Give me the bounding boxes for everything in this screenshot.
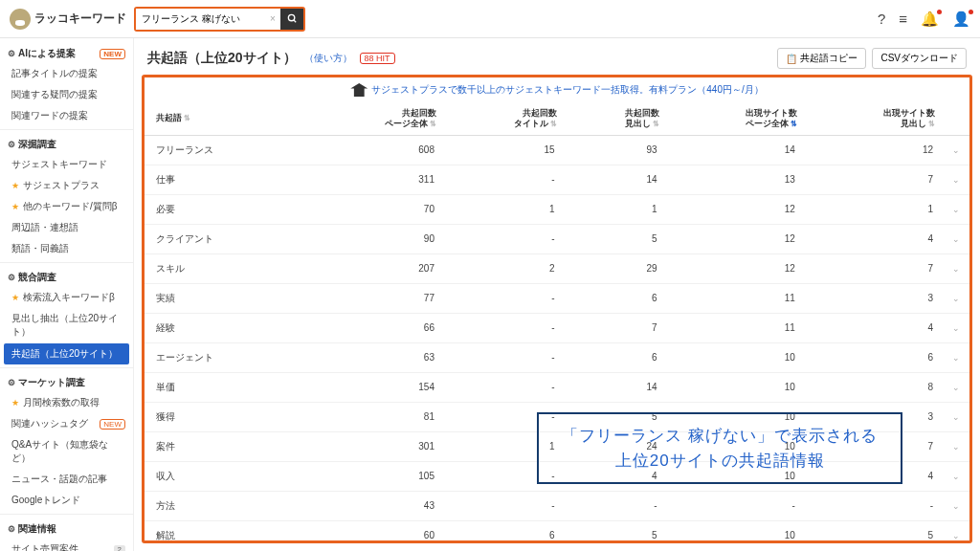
table-row: 方法43----⌄ — [145, 491, 969, 520]
cell: 7 — [805, 253, 943, 283]
nav-item-g4-1[interactable]: 関連ハッシュタグNEW — [0, 413, 133, 434]
nav-item-g3-0[interactable]: ★検索流入キーワードβ — [0, 287, 133, 308]
cell: 必要 — [145, 194, 306, 224]
hit-badge: 88 HIT — [360, 53, 395, 64]
top-right-icons: ? ≡ 🔔 👤 — [878, 11, 970, 28]
nav-item-g4-4[interactable]: Googleトレンド — [0, 490, 133, 511]
search-input[interactable] — [136, 9, 265, 30]
cell: 14 — [667, 135, 805, 165]
menu-icon[interactable]: ≡ — [899, 11, 907, 27]
search-button[interactable] — [280, 9, 303, 30]
nav-item-g4-2[interactable]: Q&Aサイト（知恵袋など） — [0, 434, 133, 469]
cell: - — [805, 491, 943, 520]
col-header-0[interactable]: 共起語⇅ — [145, 102, 306, 135]
main-content: 共起語（上位20サイト） （使い方） 88 HIT 📋 共起語コピー CSVダウ… — [134, 38, 980, 551]
cell: 90 — [306, 224, 444, 253]
sidebar: ⚙ AIによる提案NEW記事タイトルの提案関連する疑問の提案関連ワードの提案⚙ … — [0, 38, 134, 551]
nav-item-g4-3[interactable]: ニュース・話題の記事 — [0, 469, 133, 490]
col-header-2[interactable]: 共起回数タイトル⇅ — [444, 102, 565, 135]
cell: 6 — [565, 342, 667, 372]
clear-icon[interactable]: × — [265, 13, 280, 24]
cell: 1 — [805, 194, 943, 224]
col-header-3[interactable]: 共起回数見出し⇅ — [565, 102, 667, 135]
nav-item-g1-1[interactable]: 関連する疑問の提案 — [0, 84, 133, 105]
app-logo[interactable]: ラッコキーワード — [10, 9, 134, 30]
rakko-icon — [10, 9, 31, 30]
cell: 6 — [444, 520, 565, 543]
cell: 解説 — [145, 520, 306, 543]
nav-item-g1-2[interactable]: 関連ワードの提案 — [0, 105, 133, 126]
expand-icon[interactable]: ⌄ — [943, 372, 969, 402]
cell: 14 — [565, 372, 667, 402]
expand-icon[interactable]: ⌄ — [943, 431, 969, 461]
expand-icon[interactable]: ⌄ — [943, 461, 969, 491]
expand-icon[interactable]: ⌄ — [943, 224, 969, 253]
cell: 10 — [667, 342, 805, 372]
copy-button[interactable]: 📋 共起語コピー — [777, 48, 866, 69]
table-row: 単価154-14108⌄ — [145, 372, 969, 402]
table-row: フリーランス60815931412⌄ — [145, 135, 969, 165]
cell: 608 — [306, 135, 444, 165]
table-row: 必要7011121⌄ — [145, 194, 969, 224]
nav-group-g4: ⚙ マーケット調査 — [0, 371, 133, 392]
nav-item-g2-0[interactable]: サジェストキーワード — [0, 154, 133, 175]
col-header-4[interactable]: 出現サイト数ページ全体⇅ — [667, 102, 805, 135]
cell: 1 — [565, 194, 667, 224]
expand-icon[interactable]: ⌄ — [943, 491, 969, 520]
howto-link[interactable]: （使い方） — [304, 52, 352, 65]
cell: 6 — [565, 283, 667, 313]
col-header-5[interactable]: 出現サイト数見出し⇅ — [805, 102, 943, 135]
nav-item-g3-2[interactable]: 共起語（上位20サイト） — [4, 343, 129, 364]
search-box: × — [134, 7, 305, 32]
cell: 7 — [805, 165, 943, 194]
expand-icon[interactable]: ⌄ — [943, 194, 969, 224]
cell: 1 — [444, 194, 565, 224]
nav-item-g2-2[interactable]: ★他のキーワード/質問β — [0, 196, 133, 217]
expand-icon[interactable]: ⌄ — [943, 283, 969, 313]
cell: 4 — [805, 313, 943, 342]
topbar: ラッコキーワード × ? ≡ 🔔 👤 — [0, 0, 980, 38]
expand-icon[interactable]: ⌄ — [943, 402, 969, 431]
nav-item-g4-0[interactable]: ★月間検索数の取得 — [0, 392, 133, 413]
cell: 6 — [805, 342, 943, 372]
cell: 方法 — [145, 491, 306, 520]
content-box: サジェストプラスで数千以上のサジェストキーワード一括取得。有料プラン（440円～… — [142, 75, 972, 543]
cell: 29 — [565, 253, 667, 283]
expand-icon[interactable]: ⌄ — [943, 313, 969, 342]
table-row: 実績77-6113⌄ — [145, 283, 969, 313]
cell: - — [444, 283, 565, 313]
promo-line[interactable]: サジェストプラスで数千以上のサジェストキーワード一括取得。有料プラン（440円～… — [145, 77, 969, 102]
expand-icon[interactable]: ⌄ — [943, 520, 969, 543]
expand-icon[interactable]: ⌄ — [943, 165, 969, 194]
col-header-6[interactable] — [943, 102, 969, 135]
cell: 10 — [667, 520, 805, 543]
nav-item-g1-0[interactable]: 記事タイトルの提案 — [0, 63, 133, 84]
cell: 12 — [667, 224, 805, 253]
csv-button[interactable]: CSVダウンロード — [872, 48, 967, 69]
expand-icon[interactable]: ⌄ — [943, 253, 969, 283]
cell: - — [444, 224, 565, 253]
cell: - — [444, 165, 565, 194]
col-header-1[interactable]: 共起回数ページ全体⇅ — [306, 102, 444, 135]
expand-icon[interactable]: ⌄ — [943, 342, 969, 372]
table-row: エージェント63-6106⌄ — [145, 342, 969, 372]
cell: スキル — [145, 253, 306, 283]
cell: 14 — [565, 165, 667, 194]
nav-item-g2-4[interactable]: 類語・同義語 — [0, 238, 133, 259]
expand-icon[interactable]: ⌄ — [943, 135, 969, 165]
help-icon[interactable]: ? — [878, 11, 885, 27]
cell: 13 — [667, 165, 805, 194]
cell: - — [444, 372, 565, 402]
page-title: 共起語（上位20サイト） — [147, 50, 297, 67]
cell: 3 — [805, 283, 943, 313]
cell: - — [444, 491, 565, 520]
nav-item-g5-0[interactable]: サイト売買案件2 — [0, 539, 133, 551]
nav-item-g2-1[interactable]: ★サジェストプラス — [0, 175, 133, 196]
bell-icon[interactable]: 🔔 — [921, 11, 939, 28]
nav-item-g3-1[interactable]: 見出し抽出（上位20サイト） — [0, 308, 133, 342]
user-icon[interactable]: 👤 — [952, 11, 970, 28]
cell: 60 — [306, 520, 444, 543]
search-icon — [287, 13, 298, 24]
nav-item-g2-3[interactable]: 周辺語・連想語 — [0, 217, 133, 238]
hat-icon — [350, 83, 368, 97]
